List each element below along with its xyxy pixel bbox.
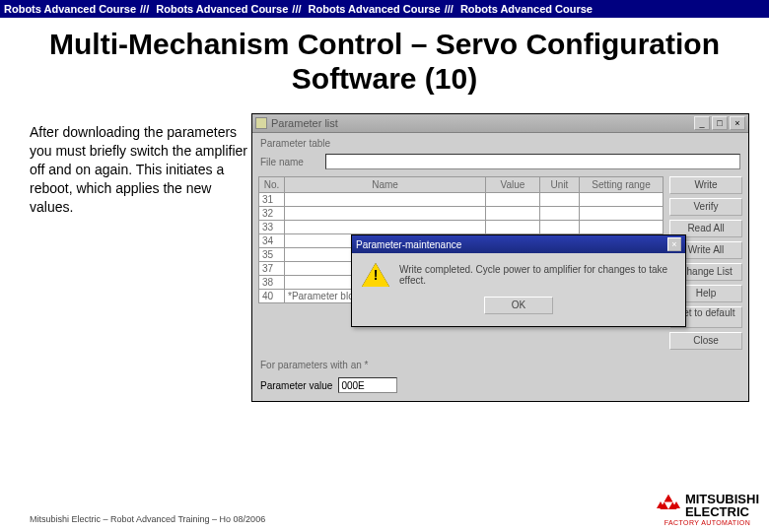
- file-name-label: File name: [260, 157, 319, 167]
- close-window-button[interactable]: ×: [730, 116, 745, 130]
- window-icon: [255, 117, 267, 129]
- file-name-input[interactable]: [325, 154, 740, 169]
- close-button[interactable]: Close: [669, 332, 742, 350]
- dialog-close-button[interactable]: ×: [667, 237, 681, 251]
- window-titlebar: Parameter list _ □ ×: [252, 114, 748, 133]
- slide-title: Multi-Mechanism Control – Servo Configur…: [0, 28, 769, 96]
- param-value-label: Parameter value: [260, 380, 332, 391]
- hint-text: For parameters with an *: [252, 356, 748, 374]
- write-button[interactable]: Write: [669, 176, 742, 194]
- table-row: 33: [259, 221, 664, 234]
- table-row: 32: [259, 207, 664, 221]
- maximize-button[interactable]: □: [712, 116, 728, 130]
- dialog-ok-button[interactable]: OK: [484, 297, 553, 314]
- dialog-title: Parameter-maintenance: [356, 239, 667, 250]
- slide-footer: Mitsubishi Electric – Robot Advanced Tra…: [30, 514, 265, 524]
- warning-icon: [362, 263, 389, 287]
- parameter-list-window: Parameter list _ □ × Parameter table Fil…: [251, 113, 749, 402]
- brand-logo: MITSUBISHI ELECTRIC FACTORY AUTOMATION: [656, 493, 759, 526]
- param-value-input[interactable]: [338, 377, 397, 393]
- col-no[interactable]: No.: [259, 177, 285, 193]
- dialog-message: Write completed. Cycle power to amplifie…: [399, 264, 675, 286]
- svg-marker-4: [664, 495, 673, 502]
- logo-tagline: FACTORY AUTOMATION: [656, 519, 759, 526]
- section-label: Parameter table: [252, 133, 748, 151]
- message-dialog: Parameter-maintenance × Write completed.…: [351, 234, 686, 327]
- course-banner: Robots Advanced Course/// Robots Advance…: [0, 0, 769, 18]
- col-value[interactable]: Value: [486, 177, 540, 193]
- col-unit[interactable]: Unit: [540, 177, 580, 193]
- slide-body-text: After downloading the parameters you mus…: [30, 113, 251, 402]
- col-range[interactable]: Setting range: [580, 177, 664, 193]
- col-name[interactable]: Name: [285, 177, 486, 193]
- window-title: Parameter list: [271, 117, 694, 129]
- table-row: 31: [259, 193, 664, 207]
- minimize-button[interactable]: _: [694, 116, 710, 130]
- logo-brand-2: ELECTRIC: [685, 505, 759, 518]
- mitsubishi-triangles-icon: [656, 495, 681, 516]
- verify-button[interactable]: Verify: [669, 198, 742, 216]
